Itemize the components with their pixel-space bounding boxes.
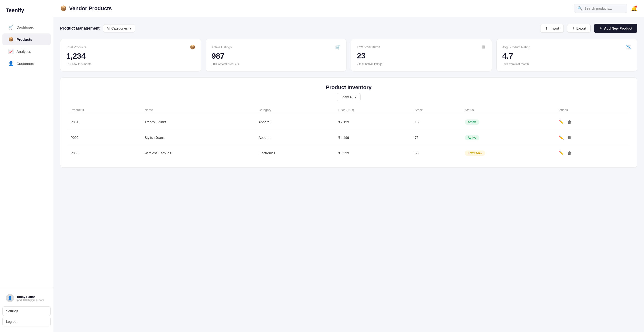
cell-status-1: Active (462, 130, 554, 145)
page-content: Product Management All Categories ▾ ⬆ Im… (53, 17, 644, 174)
dashboard-icon: 🛒 (8, 24, 14, 30)
stat-value-low: 23 (357, 51, 486, 60)
search-icon: 🔍 (578, 6, 582, 11)
sidebar-item-label-dashboard: Dashboard (16, 25, 34, 29)
edit-button-0[interactable]: ✏️ (558, 119, 565, 125)
cell-actions-2: ✏️ 🗑 (554, 145, 630, 161)
stat-card-active-listings: Active Listings 🛒 987 80% of total produ… (206, 39, 347, 71)
col-name: Name (141, 106, 255, 114)
cell-stock-1: 75 (411, 130, 462, 145)
cell-category-2: Electronics (255, 145, 335, 161)
stat-value-rating: 4.7 (502, 52, 632, 61)
cell-name-0: Trendy T-Shirt (141, 114, 255, 130)
edit-button-1[interactable]: ✏️ (558, 134, 565, 141)
table-row: P002 Stylish Jeans Apparel ₹4,499 75 Act… (67, 130, 630, 145)
cell-id-1: P002 (67, 130, 141, 145)
avatar: 👤 (6, 294, 14, 302)
col-category: Category (255, 106, 335, 114)
stat-sub-active: 80% of total products (212, 62, 341, 66)
plus-icon: ＋ (599, 26, 602, 30)
cell-status-2: Low Stock (462, 145, 554, 161)
header: 📦 Vendor Products 🔍 🔔 (53, 0, 644, 17)
cell-stock-0: 100 (411, 114, 462, 130)
status-badge: Active (465, 119, 479, 125)
sidebar-bottom: 👤 Tanay Padar tpad30104@gmail.com Settin… (0, 288, 53, 327)
settings-button[interactable]: Settings (2, 306, 51, 316)
cell-price-1: ₹4,499 (335, 130, 411, 145)
status-badge: Low Stock (465, 150, 485, 156)
add-new-product-button[interactable]: ＋ Add New Product (594, 24, 637, 33)
user-email: tpad30104@gmail.com (16, 299, 44, 302)
sidebar-item-label-customers: Customers (16, 61, 34, 66)
sidebar-item-customers[interactable]: 👤 Customers (2, 58, 51, 69)
inventory-header: Product Inventory View All › (67, 84, 630, 101)
notifications-button[interactable]: 🔔 (631, 5, 637, 11)
table-body: P001 Trendy T-Shirt Apparel ₹2,199 100 A… (67, 114, 630, 161)
import-button[interactable]: ⬆ Import (540, 24, 564, 33)
col-price: Price (INR) (335, 106, 411, 114)
category-dropdown[interactable]: All Categories ▾ (103, 24, 135, 32)
search-input[interactable] (584, 6, 624, 10)
analytics-icon: 📈 (8, 49, 14, 54)
delete-button-1[interactable]: 🗑 (566, 134, 573, 141)
cell-category-1: Apparel (255, 130, 335, 145)
delete-button-2[interactable]: 🗑 (566, 150, 573, 156)
cell-id-2: P003 (67, 145, 141, 161)
export-button[interactable]: ⬇ Export (567, 24, 591, 33)
stat-label-total: Total Products (66, 45, 86, 49)
table-header: Product ID Name Category Price (INR) Sto… (67, 106, 630, 114)
sidebar-item-label-analytics: Analytics (16, 49, 31, 53)
col-stock: Stock (411, 106, 462, 114)
edit-button-2[interactable]: ✏️ (558, 150, 565, 156)
view-all-button[interactable]: View All › (337, 93, 360, 101)
stat-card-total-products: Total Products 📦 1,234 +12 new this mont… (60, 39, 201, 71)
stat-icon-total: 📦 (190, 44, 195, 50)
col-product-id: Product ID (67, 106, 141, 114)
sidebar: Teenify 🛒 Dashboard 📦 Products 📈 Analyti… (0, 0, 53, 332)
section-title: Product Management (60, 26, 100, 30)
stat-label-active: Active Listings (212, 45, 232, 49)
app-logo: Teenify (0, 5, 53, 21)
chevron-down-icon: ▾ (130, 26, 132, 30)
cell-price-2: ₹6,999 (335, 145, 411, 161)
cell-name-2: Wireless Earbuds (141, 145, 255, 161)
stat-sub-rating: +0.3 from last month (502, 62, 632, 66)
sidebar-item-label-products: Products (16, 37, 32, 41)
delete-button-0[interactable]: 🗑 (566, 119, 573, 125)
export-icon: ⬇ (572, 26, 575, 30)
cell-actions-0: ✏️ 🗑 (554, 114, 630, 130)
search-box[interactable]: 🔍 (574, 4, 627, 13)
sidebar-item-dashboard[interactable]: 🛒 Dashboard (2, 21, 51, 33)
import-icon: ⬆ (545, 26, 548, 30)
stat-card-avg-rating: Avg. Product Rating 📉 4.7 +0.3 from last… (496, 39, 638, 71)
header-right: 🔍 🔔 (574, 4, 637, 13)
inventory-title: Product Inventory (67, 84, 630, 91)
stat-value-active: 987 (212, 52, 341, 61)
stat-icon-active: 🛒 (335, 44, 340, 50)
col-actions: Actions (554, 106, 630, 114)
cell-name-1: Stylish Jeans (141, 130, 255, 145)
category-label: All Categories (107, 26, 128, 30)
products-icon: 📦 (8, 36, 14, 42)
stat-value-total: 1,234 (66, 52, 195, 61)
toolbar: Product Management All Categories ▾ ⬆ Im… (60, 24, 637, 33)
cell-status-0: Active (462, 114, 554, 130)
stat-icon-rating: 📉 (626, 44, 631, 50)
col-status: Status (462, 106, 554, 114)
stat-sub-total: +12 new this month (66, 62, 195, 66)
table-row: P003 Wireless Earbuds Electronics ₹6,999… (67, 145, 630, 161)
user-info: 👤 Tanay Padar tpad30104@gmail.com (0, 292, 53, 306)
sidebar-item-analytics[interactable]: 📈 Analytics (2, 45, 51, 57)
stat-sub-low: 2% of active listings (357, 62, 486, 66)
sidebar-item-products[interactable]: 📦 Products (2, 33, 51, 45)
table-row: P001 Trendy T-Shirt Apparel ₹2,199 100 A… (67, 114, 630, 130)
stat-label-rating: Avg. Product Rating (502, 45, 530, 49)
inventory-card: Product Inventory View All › Product ID … (60, 77, 637, 168)
user-details: Tanay Padar tpad30104@gmail.com (16, 295, 44, 302)
sidebar-nav: 🛒 Dashboard 📦 Products 📈 Analytics 👤 Cus… (0, 21, 53, 288)
logout-button[interactable]: Log out (2, 317, 51, 327)
chevron-right-icon: › (355, 95, 356, 99)
vendor-products-icon: 📦 (60, 5, 67, 12)
customers-icon: 👤 (8, 61, 14, 66)
user-name: Tanay Padar (16, 295, 44, 299)
